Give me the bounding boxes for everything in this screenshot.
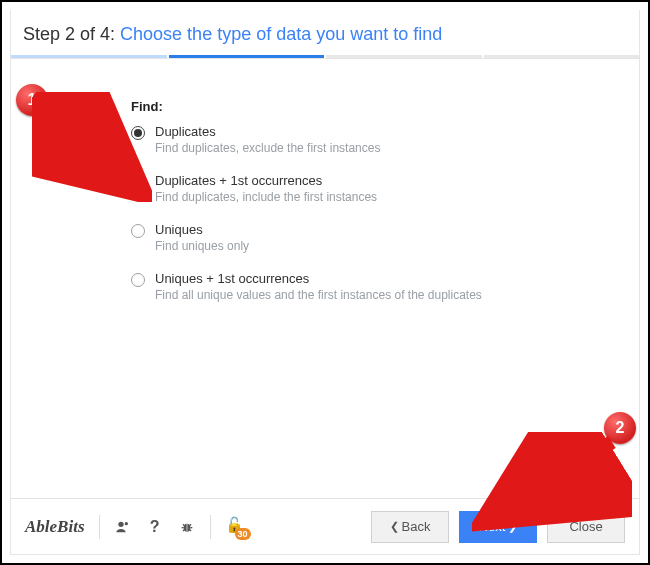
divider [99,515,100,539]
progress-seg-1 [11,55,167,58]
divider [210,515,211,539]
license-icon[interactable]: 🔓 30 [225,516,247,538]
back-button[interactable]: ❮Back [371,511,449,543]
radio-icon [131,273,145,287]
license-badge: 30 [235,528,251,540]
option-title: Uniques [155,222,249,237]
option-title: Duplicates + 1st occurrences [155,173,377,188]
progress-seg-3 [326,55,482,58]
svg-line-6 [183,524,184,525]
back-label: Back [402,519,431,534]
svg-point-1 [124,522,127,525]
bug-icon[interactable] [178,518,196,536]
option-duplicates-1st[interactable]: Duplicates + 1st occurrences Find duplic… [131,173,619,204]
radio-icon [131,126,145,140]
svg-line-7 [189,524,190,525]
footer: AbleBits ? 🔓 30 ❮Back Next❯ Close [11,498,639,554]
help-icon[interactable]: ? [146,518,164,536]
close-button[interactable]: Close [547,511,625,543]
find-label: Find: [131,99,619,114]
option-uniques[interactable]: Uniques Find uniques only [131,222,619,253]
radio-icon [131,175,145,189]
option-desc: Find uniques only [155,239,249,253]
option-desc: Find duplicates, exclude the first insta… [155,141,380,155]
users-icon[interactable] [114,518,132,536]
progress-seg-2 [169,55,325,58]
option-desc: Find duplicates, include the first insta… [155,190,377,204]
step-title: Choose the type of data you want to find [120,24,442,44]
step-header: Step 2 of 4: Choose the type of data you… [11,10,639,55]
find-options: Duplicates Find duplicates, exclude the … [131,124,619,302]
option-title: Uniques + 1st occurrences [155,271,482,286]
next-label: Next [479,519,506,534]
chevron-right-icon: ❯ [508,520,517,533]
progress-seg-4 [484,55,640,58]
option-desc: Find all unique values and the first ins… [155,288,482,302]
option-uniques-1st[interactable]: Uniques + 1st occurrences Find all uniqu… [131,271,619,302]
logo: AbleBits [25,517,85,537]
svg-point-0 [118,521,123,526]
chevron-left-icon: ❮ [390,520,399,533]
close-label: Close [569,519,602,534]
option-title: Duplicates [155,124,380,139]
radio-icon [131,224,145,238]
svg-line-9 [189,529,190,530]
option-duplicates[interactable]: Duplicates Find duplicates, exclude the … [131,124,619,155]
next-button[interactable]: Next❯ [459,511,537,543]
svg-line-8 [183,529,184,530]
step-prefix: Step 2 of 4: [23,24,120,44]
